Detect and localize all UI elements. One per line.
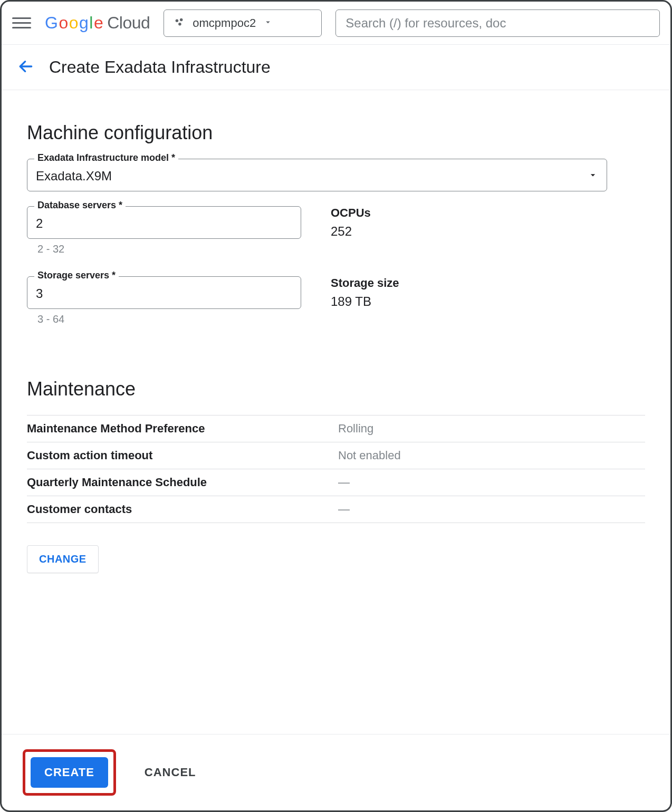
maint-value: — bbox=[338, 502, 350, 516]
ocpus-label: OCPUs bbox=[331, 206, 371, 220]
caret-down-icon bbox=[263, 17, 273, 29]
page-title: Create Exadata Infrastructure bbox=[49, 57, 271, 77]
action-bar: CREATE CANCEL bbox=[2, 734, 670, 810]
maint-value: — bbox=[338, 476, 350, 489]
database-servers-hint: 2 - 32 bbox=[27, 239, 301, 255]
maint-value: Rolling bbox=[338, 422, 373, 436]
table-row: Quarterly Maintenance Schedule — bbox=[27, 469, 645, 496]
nav-menu-icon[interactable] bbox=[12, 14, 31, 33]
storage-size-readout: Storage size 189 TB bbox=[331, 276, 399, 309]
storage-servers-label: Storage servers * bbox=[34, 270, 119, 281]
database-servers-value: 2 bbox=[36, 216, 43, 231]
table-row: Customer contacts — bbox=[27, 496, 645, 523]
project-picker[interactable]: omcpmpoc2 bbox=[164, 9, 322, 37]
create-button[interactable]: CREATE bbox=[31, 757, 108, 788]
maint-key: Maintenance Method Preference bbox=[27, 422, 338, 436]
machine-config-heading: Machine configuration bbox=[27, 122, 645, 144]
storage-servers-hint: 3 - 64 bbox=[27, 309, 301, 325]
svg-point-2 bbox=[178, 22, 181, 25]
back-arrow-icon[interactable] bbox=[17, 58, 34, 77]
change-button[interactable]: CHANGE bbox=[27, 545, 99, 573]
exadata-model-label: Exadata Infrastructure model * bbox=[34, 152, 178, 163]
maintenance-heading: Maintenance bbox=[27, 378, 645, 400]
database-servers-label: Database servers * bbox=[34, 200, 126, 211]
maint-key: Customer contacts bbox=[27, 502, 338, 516]
table-row: Maintenance Method Preference Rolling bbox=[27, 415, 645, 442]
storage-servers-value: 3 bbox=[36, 286, 43, 301]
svg-point-1 bbox=[180, 18, 183, 21]
table-row: Custom action timeout Not enabled bbox=[27, 442, 645, 469]
ocpus-readout: OCPUs 252 bbox=[331, 206, 371, 239]
maint-key: Custom action timeout bbox=[27, 449, 338, 462]
search-input[interactable]: Search (/) for resources, doc bbox=[335, 9, 660, 37]
project-icon bbox=[174, 16, 185, 30]
exadata-model-select[interactable]: Exadata Infrastructure model * Exadata.X… bbox=[27, 159, 607, 191]
maint-key: Quarterly Maintenance Schedule bbox=[27, 476, 338, 489]
database-servers-input[interactable]: Database servers * 2 bbox=[27, 206, 301, 239]
exadata-model-value: Exadata.X9M bbox=[36, 169, 112, 183]
storage-servers-input[interactable]: Storage servers * 3 bbox=[27, 276, 301, 309]
ocpus-value: 252 bbox=[331, 224, 371, 239]
caret-down-icon bbox=[588, 169, 598, 183]
maintenance-table: Maintenance Method Preference Rolling Cu… bbox=[27, 415, 645, 523]
search-placeholder: Search (/) for resources, doc bbox=[345, 16, 506, 31]
storage-size-value: 189 TB bbox=[331, 294, 399, 309]
storage-size-label: Storage size bbox=[331, 276, 399, 290]
project-name: omcpmpoc2 bbox=[193, 16, 256, 30]
maint-value: Not enabled bbox=[338, 449, 401, 462]
create-button-highlight: CREATE bbox=[23, 749, 116, 796]
page-header: Create Exadata Infrastructure bbox=[2, 45, 670, 90]
svg-point-0 bbox=[176, 19, 179, 22]
cancel-button[interactable]: CANCEL bbox=[141, 765, 199, 780]
google-cloud-logo: Google Cloud bbox=[45, 13, 150, 33]
top-app-bar: Google Cloud omcpmpoc2 Search (/) for re… bbox=[2, 2, 670, 45]
